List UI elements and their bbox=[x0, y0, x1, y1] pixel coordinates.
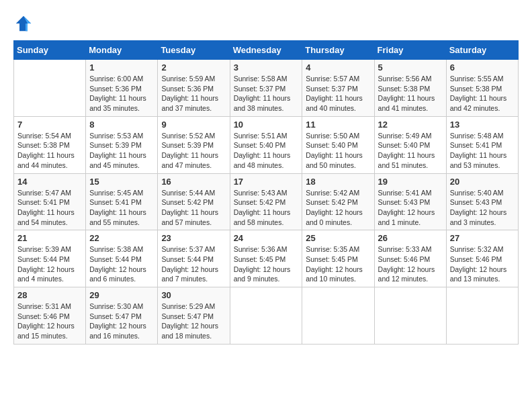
sunrise-text: Sunrise: 5:47 AM bbox=[17, 189, 71, 197]
sunrise-text: Sunrise: 5:39 AM bbox=[17, 245, 71, 253]
sunset-text: Sunset: 5:36 PM bbox=[161, 85, 214, 93]
day-info: Sunrise: 6:00 AM Sunset: 5:36 PM Dayligh… bbox=[89, 74, 154, 113]
sunrise-text: Sunrise: 5:52 AM bbox=[161, 132, 215, 140]
sunrise-text: Sunrise: 5:41 AM bbox=[378, 189, 432, 197]
calendar-week-row: 21 Sunrise: 5:39 AM Sunset: 5:44 PM Dayl… bbox=[14, 230, 519, 287]
daylight-text: Daylight: 12 hours and 6 minutes. bbox=[89, 265, 146, 283]
day-number: 28 bbox=[17, 290, 82, 300]
calendar-cell: 22 Sunrise: 5:38 AM Sunset: 5:44 PM Dayl… bbox=[86, 230, 158, 287]
sunrise-text: Sunrise: 5:35 AM bbox=[306, 245, 359, 253]
calendar-cell: 12 Sunrise: 5:49 AM Sunset: 5:40 PM Dayl… bbox=[374, 116, 446, 173]
calendar-week-row: 28 Sunrise: 5:31 AM Sunset: 5:46 PM Dayl… bbox=[14, 287, 519, 345]
sunrise-text: Sunrise: 5:30 AM bbox=[89, 302, 143, 310]
day-header-monday: Monday bbox=[86, 41, 158, 60]
sunrise-text: Sunrise: 5:31 AM bbox=[17, 302, 71, 310]
sunset-text: Sunset: 5:45 PM bbox=[234, 255, 286, 263]
day-number: 26 bbox=[378, 233, 443, 243]
sunset-text: Sunset: 5:44 PM bbox=[161, 255, 214, 263]
calendar-cell: 13 Sunrise: 5:48 AM Sunset: 5:41 PM Dayl… bbox=[446, 116, 518, 173]
day-number: 9 bbox=[161, 120, 226, 130]
calendar-cell: 21 Sunrise: 5:39 AM Sunset: 5:44 PM Dayl… bbox=[14, 230, 86, 287]
daylight-text: Daylight: 12 hours and 16 minutes. bbox=[89, 322, 146, 340]
sunset-text: Sunset: 5:46 PM bbox=[378, 255, 431, 263]
calendar-cell: 9 Sunrise: 5:52 AM Sunset: 5:39 PM Dayli… bbox=[158, 116, 230, 173]
daylight-text: Daylight: 11 hours and 40 minutes. bbox=[306, 94, 363, 112]
daylight-text: Daylight: 12 hours and 15 minutes. bbox=[17, 322, 75, 340]
calendar-cell: 23 Sunrise: 5:37 AM Sunset: 5:44 PM Dayl… bbox=[158, 230, 230, 287]
sunrise-text: Sunrise: 5:58 AM bbox=[234, 75, 287, 83]
day-info: Sunrise: 5:57 AM Sunset: 5:37 PM Dayligh… bbox=[306, 74, 370, 113]
sunset-text: Sunset: 5:36 PM bbox=[89, 85, 142, 93]
day-info: Sunrise: 5:48 AM Sunset: 5:41 PM Dayligh… bbox=[450, 131, 515, 171]
daylight-text: Daylight: 11 hours and 42 minutes. bbox=[450, 94, 507, 112]
sunset-text: Sunset: 5:39 PM bbox=[161, 141, 214, 149]
daylight-text: Daylight: 11 hours and 45 minutes. bbox=[89, 151, 146, 169]
calendar-cell: 26 Sunrise: 5:33 AM Sunset: 5:46 PM Dayl… bbox=[374, 230, 446, 287]
sunset-text: Sunset: 5:44 PM bbox=[89, 255, 142, 263]
day-info: Sunrise: 5:50 AM Sunset: 5:40 PM Dayligh… bbox=[306, 131, 370, 171]
daylight-text: Daylight: 11 hours and 50 minutes. bbox=[306, 151, 363, 169]
sunrise-text: Sunrise: 5:44 AM bbox=[161, 189, 215, 197]
day-info: Sunrise: 5:58 AM Sunset: 5:37 PM Dayligh… bbox=[234, 74, 299, 113]
day-number: 23 bbox=[161, 233, 226, 243]
sunset-text: Sunset: 5:42 PM bbox=[234, 198, 286, 206]
day-info: Sunrise: 5:55 AM Sunset: 5:38 PM Dayligh… bbox=[450, 74, 515, 113]
day-info: Sunrise: 5:41 AM Sunset: 5:43 PM Dayligh… bbox=[378, 188, 443, 228]
calendar-cell: 8 Sunrise: 5:53 AM Sunset: 5:39 PM Dayli… bbox=[86, 116, 158, 173]
day-number: 5 bbox=[378, 62, 443, 73]
daylight-text: Daylight: 11 hours and 51 minutes. bbox=[378, 151, 435, 169]
sunset-text: Sunset: 5:41 PM bbox=[89, 198, 142, 206]
sunrise-text: Sunrise: 5:54 AM bbox=[17, 132, 71, 140]
calendar-cell: 2 Sunrise: 5:59 AM Sunset: 5:36 PM Dayli… bbox=[158, 60, 230, 117]
day-number: 22 bbox=[89, 233, 154, 243]
sunset-text: Sunset: 5:37 PM bbox=[306, 85, 358, 93]
daylight-text: Daylight: 11 hours and 35 minutes. bbox=[89, 94, 146, 112]
daylight-text: Daylight: 11 hours and 37 minutes. bbox=[161, 94, 218, 112]
day-number: 3 bbox=[234, 62, 299, 73]
sunset-text: Sunset: 5:40 PM bbox=[378, 141, 431, 149]
sunrise-text: Sunrise: 5:59 AM bbox=[161, 75, 215, 83]
calendar-cell: 6 Sunrise: 5:55 AM Sunset: 5:38 PM Dayli… bbox=[446, 60, 518, 117]
day-info: Sunrise: 5:37 AM Sunset: 5:44 PM Dayligh… bbox=[161, 244, 226, 284]
day-number: 20 bbox=[450, 177, 515, 187]
daylight-text: Daylight: 11 hours and 55 minutes. bbox=[89, 208, 146, 226]
sunrise-text: Sunrise: 5:40 AM bbox=[450, 189, 504, 197]
day-header-tuesday: Tuesday bbox=[158, 41, 230, 60]
day-info: Sunrise: 5:29 AM Sunset: 5:47 PM Dayligh… bbox=[161, 302, 226, 341]
day-info: Sunrise: 5:52 AM Sunset: 5:39 PM Dayligh… bbox=[161, 131, 226, 171]
calendar-cell bbox=[446, 287, 518, 345]
day-number: 8 bbox=[89, 120, 154, 130]
day-header-wednesday: Wednesday bbox=[230, 41, 302, 60]
sunset-text: Sunset: 5:41 PM bbox=[17, 198, 70, 206]
calendar-cell: 1 Sunrise: 6:00 AM Sunset: 5:36 PM Dayli… bbox=[86, 60, 158, 117]
sunrise-text: Sunrise: 5:42 AM bbox=[306, 189, 359, 197]
calendar-cell: 28 Sunrise: 5:31 AM Sunset: 5:46 PM Dayl… bbox=[14, 287, 86, 345]
day-info: Sunrise: 5:56 AM Sunset: 5:38 PM Dayligh… bbox=[378, 74, 443, 113]
calendar-cell bbox=[302, 287, 374, 345]
day-number: 4 bbox=[306, 62, 370, 73]
day-header-saturday: Saturday bbox=[446, 41, 518, 60]
calendar-header-row: SundayMondayTuesdayWednesdayThursdayFrid… bbox=[14, 41, 519, 60]
day-number: 19 bbox=[378, 177, 443, 187]
day-info: Sunrise: 5:38 AM Sunset: 5:44 PM Dayligh… bbox=[89, 244, 154, 284]
sunrise-text: Sunrise: 5:37 AM bbox=[161, 245, 215, 253]
logo-icon bbox=[13, 13, 34, 34]
sunset-text: Sunset: 5:38 PM bbox=[17, 141, 70, 149]
calendar-cell: 16 Sunrise: 5:44 AM Sunset: 5:42 PM Dayl… bbox=[158, 173, 230, 230]
day-number: 15 bbox=[89, 177, 154, 187]
sunset-text: Sunset: 5:40 PM bbox=[306, 141, 358, 149]
calendar-cell: 29 Sunrise: 5:30 AM Sunset: 5:47 PM Dayl… bbox=[86, 287, 158, 345]
day-info: Sunrise: 5:49 AM Sunset: 5:40 PM Dayligh… bbox=[378, 131, 443, 171]
daylight-text: Daylight: 12 hours and 18 minutes. bbox=[161, 322, 218, 340]
calendar-cell: 4 Sunrise: 5:57 AM Sunset: 5:37 PM Dayli… bbox=[302, 60, 374, 117]
day-info: Sunrise: 5:32 AM Sunset: 5:46 PM Dayligh… bbox=[450, 244, 515, 284]
sunrise-text: Sunrise: 5:56 AM bbox=[378, 75, 432, 83]
daylight-text: Daylight: 12 hours and 12 minutes. bbox=[378, 265, 435, 283]
sunset-text: Sunset: 5:42 PM bbox=[306, 198, 358, 206]
daylight-text: Daylight: 11 hours and 48 minutes. bbox=[234, 151, 291, 169]
day-number: 12 bbox=[378, 120, 443, 130]
day-info: Sunrise: 5:47 AM Sunset: 5:41 PM Dayligh… bbox=[17, 188, 82, 228]
page-header bbox=[13, 13, 519, 34]
sunset-text: Sunset: 5:38 PM bbox=[450, 85, 502, 93]
calendar-cell: 24 Sunrise: 5:36 AM Sunset: 5:45 PM Dayl… bbox=[230, 230, 302, 287]
